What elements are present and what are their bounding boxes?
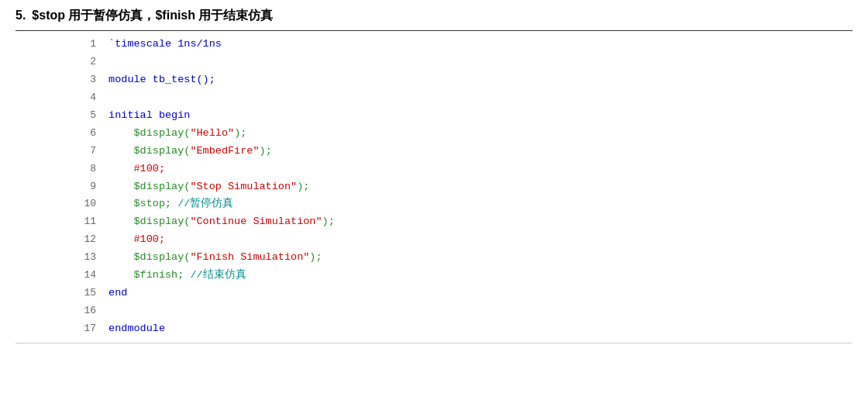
section-number: 5.	[16, 9, 26, 22]
table-row: 7 $display("EmbedFire");	[16, 143, 852, 161]
table-row: 2	[16, 54, 852, 71]
line-content: $display("EmbedFire");	[105, 143, 852, 161]
table-row: 17endmodule	[16, 320, 852, 338]
line-content: $display("Stop Simulation");	[105, 178, 852, 196]
section-header: 5. $stop 用于暂停仿真，$finish 用于结束仿真	[16, 8, 852, 31]
line-number: 16	[16, 302, 105, 320]
line-number: 11	[16, 213, 105, 231]
table-row: 10 $stop; //暂停仿真	[16, 195, 852, 213]
line-content: endmodule	[105, 320, 852, 338]
table-row: 14 $finish; //结束仿真	[16, 267, 852, 285]
line-content: `timescale 1ns/1ns	[105, 36, 852, 54]
line-content: #100;	[105, 231, 852, 249]
line-number: 13	[16, 249, 105, 267]
line-number: 1	[16, 36, 105, 54]
line-number: 6	[16, 125, 105, 143]
line-number: 2	[16, 54, 105, 71]
line-number: 15	[16, 285, 105, 302]
table-row: 12 #100;	[16, 231, 852, 249]
line-number: 4	[16, 89, 105, 107]
line-number: 14	[16, 267, 105, 285]
table-row: 16	[16, 302, 852, 320]
line-content	[105, 89, 852, 107]
line-number: 3	[16, 71, 105, 89]
table-row: 11 $display("Continue Simulation");	[16, 213, 852, 231]
line-content: $display("Hello");	[105, 125, 852, 143]
table-row: 6 $display("Hello");	[16, 125, 852, 143]
line-number: 8	[16, 161, 105, 178]
table-row: 3module tb_test();	[16, 71, 852, 89]
line-content: $finish; //结束仿真	[105, 267, 852, 285]
section-title: $stop 用于暂停仿真，$finish 用于结束仿真	[32, 8, 273, 24]
code-block: 1`timescale 1ns/1ns2 3module tb_test();4…	[16, 31, 852, 343]
line-content	[105, 54, 852, 71]
line-number: 17	[16, 320, 105, 338]
table-row: 1`timescale 1ns/1ns	[16, 36, 852, 54]
table-row: 5initial begin	[16, 107, 852, 125]
line-content	[105, 302, 852, 320]
line-number: 10	[16, 195, 105, 213]
table-row: 9 $display("Stop Simulation");	[16, 178, 852, 196]
line-content: initial begin	[105, 107, 852, 125]
table-row: 15end	[16, 285, 852, 302]
line-content: $display("Finish Simulation");	[105, 249, 852, 267]
line-number: 12	[16, 231, 105, 249]
line-content: #100;	[105, 161, 852, 178]
line-number: 9	[16, 178, 105, 196]
line-content: module tb_test();	[105, 71, 852, 89]
line-number: 5	[16, 107, 105, 125]
table-row: 4	[16, 89, 852, 107]
table-row: 8 #100;	[16, 161, 852, 178]
line-content: $display("Continue Simulation");	[105, 213, 852, 231]
page-container: 5. $stop 用于暂停仿真，$finish 用于结束仿真 1`timesca…	[0, 0, 868, 359]
code-table: 1`timescale 1ns/1ns2 3module tb_test();4…	[16, 36, 852, 338]
line-number: 7	[16, 143, 105, 161]
line-content: end	[105, 285, 852, 302]
table-row: 13 $display("Finish Simulation");	[16, 249, 852, 267]
line-content: $stop; //暂停仿真	[105, 195, 852, 213]
